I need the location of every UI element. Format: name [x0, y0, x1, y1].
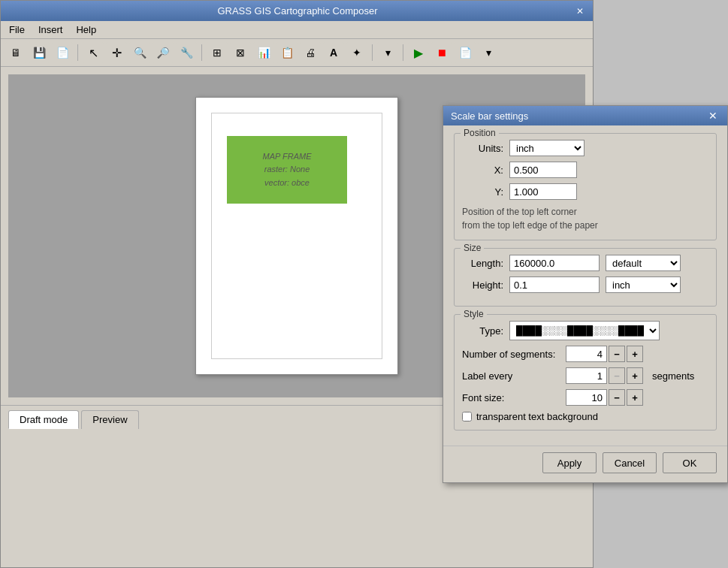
play-button[interactable]: ▶	[408, 42, 429, 63]
map-frame-label: MAP FRAME	[263, 150, 312, 164]
menu-help[interactable]: Help	[74, 23, 98, 36]
monitor-button[interactable]: 🖥	[5, 42, 26, 63]
dialog-close-button[interactable]: ✕	[706, 110, 720, 122]
cancel-button[interactable]: Cancel	[603, 452, 657, 473]
toolbar: 🖥 💾 📄 ↖ ✛ 🔍 🔍 🔧 ⊞ ⊠ 📊 📋 🖨 A ✦ ▾ ▶ ⏹ 📄 ▾	[1, 39, 593, 67]
paper: MAP FRAME raster: None vector: obce	[195, 97, 398, 375]
length-label: Length:	[462, 258, 503, 269]
new-button[interactable]: 📄	[52, 42, 73, 63]
style-group: Style Type: ████░░░░████░░░░████░░░░ Num…	[454, 314, 717, 431]
toolbar-separator-2	[201, 44, 202, 61]
label-every-suffix: segments	[652, 370, 694, 382]
segments-decrement-button[interactable]: −	[609, 346, 625, 362]
units-label: Units:	[462, 143, 503, 154]
label-every-input[interactable]	[566, 367, 607, 384]
symbol-button[interactable]: ✦	[346, 42, 367, 63]
label-every-label: Label every	[462, 370, 560, 382]
export-pdf-button[interactable]: 📄	[455, 42, 476, 63]
ok-button[interactable]: OK	[663, 452, 717, 473]
add-frame-button[interactable]: ⊞	[207, 42, 228, 63]
settings-button[interactable]: 🔧	[176, 42, 197, 63]
tab-preview[interactable]: Preview	[81, 410, 138, 429]
style-group-label: Style	[461, 309, 487, 319]
label-every-spinner: − +	[566, 367, 643, 384]
zoom-out-button[interactable]: 🔍	[153, 42, 174, 63]
height-row: Height: inch cm mm	[462, 276, 708, 293]
font-size-increment-button[interactable]: +	[627, 389, 643, 406]
length-unit-select[interactable]: default meters feet	[606, 255, 681, 271]
length-input[interactable]	[509, 255, 600, 271]
vector-label: vector: obce	[264, 177, 310, 190]
tab-draft-mode[interactable]: Draft mode	[8, 410, 79, 429]
more-button[interactable]: ▾	[377, 42, 398, 63]
font-size-spinner: − +	[566, 389, 643, 406]
dialog-title: Scale bar settings	[451, 110, 528, 122]
y-input[interactable]	[509, 183, 577, 200]
position-group: Position Units: inch cm mm X: Y: Positio…	[454, 133, 717, 240]
map-frame[interactable]: MAP FRAME raster: None vector: obce	[227, 136, 347, 204]
type-row: Type: ████░░░░████░░░░████░░░░	[462, 321, 708, 340]
dialog-buttons: Apply Cancel OK	[443, 446, 727, 482]
zoom-in-button[interactable]: 🔍	[129, 42, 150, 63]
window-title: GRASS GIS Cartographic Composer	[22, 5, 573, 17]
units-row: Units: inch cm mm	[462, 140, 708, 156]
length-row: Length: default meters feet	[462, 255, 708, 271]
font-size-row: Font size: − +	[462, 389, 708, 406]
height-unit-select[interactable]: inch cm mm	[606, 276, 681, 293]
raster-label: raster: None	[264, 163, 310, 177]
type-label: Type:	[462, 325, 503, 337]
font-size-label: Font size:	[462, 392, 560, 403]
cursor-button[interactable]: ↖	[83, 42, 104, 63]
font-size-input[interactable]	[566, 389, 607, 406]
size-group-label: Size	[461, 243, 484, 253]
height-input[interactable]	[509, 276, 600, 293]
x-label: X:	[462, 165, 503, 176]
segments-label: Number of segments:	[462, 349, 560, 360]
dialog-title-bar: Scale bar settings ✕	[443, 106, 727, 125]
y-row: Y:	[462, 183, 708, 200]
window-close-button[interactable]: ✕	[573, 6, 587, 17]
toolbar-separator-3	[372, 44, 373, 61]
paper-inner: MAP FRAME raster: None vector: obce	[211, 113, 382, 359]
menu-insert[interactable]: Insert	[36, 23, 65, 36]
move-button[interactable]: ✛	[106, 42, 127, 63]
apply-button[interactable]: Apply	[542, 452, 597, 473]
stop-button[interactable]: ⏹	[431, 42, 452, 63]
units-select[interactable]: inch cm mm	[509, 140, 585, 156]
menu-bar: File Insert Help	[1, 21, 593, 39]
print-button[interactable]: 🖨	[300, 42, 321, 63]
position-group-label: Position	[461, 128, 499, 138]
toolbar-separator-4	[403, 44, 403, 61]
x-row: X:	[462, 162, 708, 178]
label-every-row: Label every − + segments	[462, 367, 708, 384]
transparent-bg-label[interactable]: transparent text background	[476, 411, 598, 422]
size-group: Size Length: default meters feet Height:…	[454, 248, 717, 307]
chart-button[interactable]: 📊	[253, 42, 274, 63]
dialog-body: Position Units: inch cm mm X: Y: Positio…	[443, 125, 727, 446]
remove-frame-button[interactable]: ⊠	[230, 42, 251, 63]
toolbar-separator-1	[77, 44, 78, 61]
segments-row: Number of segments: − +	[462, 346, 708, 362]
label-every-increment-button[interactable]: +	[627, 367, 643, 384]
x-input[interactable]	[509, 162, 577, 178]
segments-spinner: − +	[566, 346, 643, 362]
list-button[interactable]: 📋	[276, 42, 298, 63]
checkbox-row: transparent text background	[462, 411, 708, 422]
export-dropdown-button[interactable]: ▾	[478, 42, 499, 63]
segments-increment-button[interactable]: +	[627, 346, 643, 362]
font-size-decrement-button[interactable]: −	[609, 389, 625, 406]
position-hint: Position of the top left cornerfrom the …	[462, 205, 708, 232]
label-every-decrement-button[interactable]: −	[609, 367, 625, 384]
scale-bar-dialog: Scale bar settings ✕ Position Units: inc…	[443, 105, 728, 483]
text-button[interactable]: A	[323, 42, 344, 63]
save-button[interactable]: 💾	[29, 42, 50, 63]
segments-input[interactable]	[566, 346, 607, 362]
type-select[interactable]: ████░░░░████░░░░████░░░░	[509, 321, 660, 340]
title-bar: GRASS GIS Cartographic Composer ✕	[1, 1, 593, 21]
height-label: Height:	[462, 279, 503, 291]
menu-file[interactable]: File	[7, 23, 27, 36]
transparent-bg-checkbox[interactable]	[462, 412, 472, 421]
y-label: Y:	[462, 186, 503, 198]
